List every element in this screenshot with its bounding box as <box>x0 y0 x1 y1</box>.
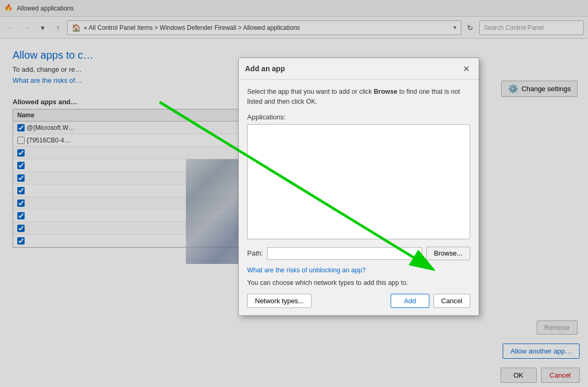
path-label: Path: <box>247 249 263 257</box>
dialog-description: Select the app that you want to add or c… <box>247 87 470 107</box>
path-row: Path: Browse... <box>247 247 470 260</box>
network-types-button[interactable]: Network types... <box>247 294 312 308</box>
applications-listbox[interactable] <box>247 124 470 239</box>
add-button[interactable]: Add <box>391 294 429 308</box>
browse-bold-text: Browse <box>374 88 397 95</box>
cancel-dialog-button[interactable]: Cancel <box>434 294 470 308</box>
add-app-dialog: Add an app ✕ Select the app that you wan… <box>238 58 479 316</box>
unblock-risks-link[interactable]: What are the risks of unblocking an app? <box>247 267 470 274</box>
dialog-titlebar: Add an app ✕ <box>239 58 479 80</box>
browse-button[interactable]: Browse... <box>426 247 470 260</box>
dialog-close-button[interactable]: ✕ <box>460 62 472 75</box>
dialog-body: Select the app that you want to add or c… <box>239 80 479 315</box>
path-input[interactable] <box>267 247 421 260</box>
applications-label: Applications: <box>247 113 470 121</box>
dialog-footer: Network types... Add Cancel <box>247 294 470 308</box>
network-description: You can choose which network types to ad… <box>247 279 470 286</box>
dialog-title: Add an app <box>245 64 285 73</box>
